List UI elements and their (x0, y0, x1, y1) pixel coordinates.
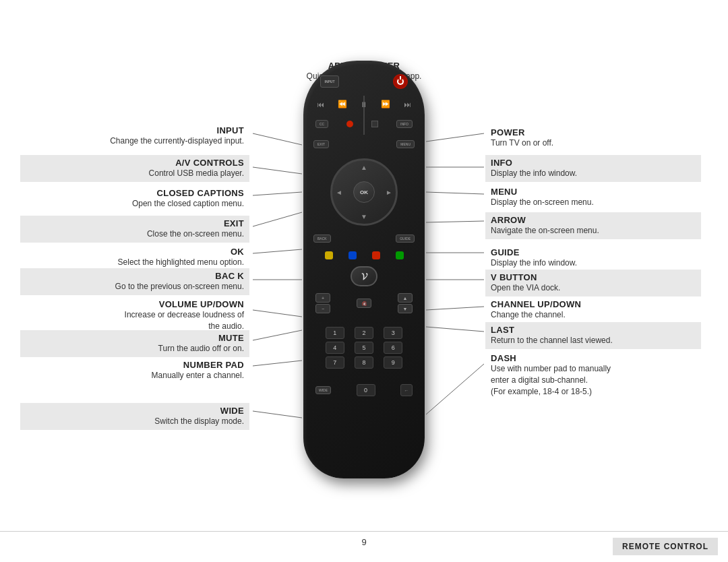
info-desc: Display the info window. (491, 168, 696, 179)
av-controls-title: A/V CONTROLS (26, 158, 244, 168)
channel-down-button[interactable]: ▼ (398, 304, 413, 313)
page-container: APP LAUNCHER Quickly launch the pictured… (0, 0, 728, 562)
btn-6[interactable]: 6 (384, 342, 402, 354)
v-button-title: V BUTTON (491, 272, 696, 282)
svg-line-8 (253, 361, 302, 366)
last-button[interactable]: ← (400, 384, 413, 396)
label-ok: OK Select the highlighted menu option. (20, 244, 249, 270)
numpad-area: 1 2 3 4 5 6 7 8 9 (320, 327, 408, 371)
back-button[interactable]: BACK (313, 235, 331, 243)
svg-line-17 (426, 327, 484, 332)
dpad-up[interactable]: ▲ (361, 164, 367, 171)
vol-ch-row: + − 🔇 ▲ ▼ (310, 293, 418, 313)
color-buttons-row (310, 251, 418, 259)
red2-button[interactable] (372, 251, 380, 259)
wide-button[interactable]: WIDE (315, 386, 331, 394)
v-button[interactable]: 𝓥 (351, 266, 377, 286)
square-button[interactable] (371, 121, 378, 127)
label-exit: EXIT Close the on-screen menu. (20, 216, 249, 243)
bottom-row: WIDE 0 ← (310, 384, 418, 396)
back-title: BAC K (26, 271, 244, 281)
input-button-label: INPUT (325, 80, 335, 84)
btn-7[interactable]: 7 (326, 356, 344, 369)
ok-button[interactable]: OK (353, 181, 375, 203)
power-button[interactable] (393, 74, 408, 89)
rewind-button[interactable]: ⏮ (317, 100, 324, 108)
dash-title: DASH (491, 353, 696, 363)
guide-button[interactable]: GUIDE (396, 235, 415, 243)
svg-line-18 (426, 364, 484, 414)
remote-top-area: INPUT (310, 74, 418, 89)
channel-up-button[interactable]: ▲ (398, 293, 413, 303)
green-button[interactable] (396, 251, 404, 259)
btn-8[interactable]: 8 (355, 356, 373, 369)
exit-desc: Close the on-screen menu. (26, 228, 244, 240)
arrow-title: ARROW (491, 215, 696, 225)
last-title: LAST (491, 325, 696, 335)
mute-desc: Turn the audio off or on. (26, 343, 244, 354)
volume-control: + − (315, 293, 330, 313)
label-closed-captions: CLOSED CAPTIONS Open the closed caption … (20, 185, 249, 211)
guide-desc: Display the info window. (491, 257, 696, 269)
dpad-down[interactable]: ▼ (361, 213, 367, 220)
btn-0[interactable]: 0 (357, 384, 375, 396)
label-dash: DASH Use with number pad to manuallyente… (485, 350, 701, 398)
menu-button[interactable]: MENU (396, 140, 415, 148)
fast-forward-button[interactable]: ⏩ (381, 100, 390, 108)
yellow-button[interactable] (325, 251, 333, 259)
remote-wrapper: INPUT ⏮ ⏪ ⏸ ⏩ ⏭ CC INFO (303, 61, 425, 478)
volume-down-button[interactable]: − (315, 304, 330, 313)
label-arrow: ARROW Navigate the on-screen menu. (485, 212, 701, 239)
btn-4[interactable]: 4 (326, 342, 344, 354)
number-pad-desc: Manually enter a channel. (26, 370, 244, 381)
svg-line-12 (426, 192, 484, 194)
power-title: POWER (491, 127, 696, 137)
dpad-circle[interactable]: ▲ ▼ ◄ ► OK (330, 158, 398, 226)
channel-control: ▲ ▼ (398, 293, 413, 313)
label-av-controls: A/V CONTROLS Control USB media player. (20, 155, 249, 182)
red-dot-button[interactable] (346, 121, 353, 127)
skip-button[interactable]: ⏭ (404, 100, 411, 108)
label-v-button: V BUTTON Open the VIA dock. (485, 270, 701, 296)
fast-back-button[interactable]: ⏪ (338, 100, 347, 108)
label-menu: MENU Display the on-screen menu. (485, 184, 701, 210)
volume-desc: Increase or decrease loudness ofthe audi… (26, 309, 244, 332)
svg-line-3 (253, 212, 302, 226)
label-number-pad: NUMBER PAD Manually enter a channel. (20, 357, 249, 383)
v-button-desc: Open the VIA dock. (491, 282, 696, 294)
label-input: INPUT Change the currently-displayed inp… (20, 123, 249, 148)
channel-desc: Change the channel. (491, 309, 696, 321)
btn-9[interactable]: 9 (384, 356, 402, 369)
play-button[interactable]: ⏸ (360, 100, 367, 108)
ok-title: OK (26, 247, 244, 257)
label-volume: VOLUME UP/DOWN Increase or decrease loud… (20, 296, 249, 334)
svg-line-10 (426, 133, 484, 142)
exit-menu-row: EXIT MENU (310, 140, 418, 148)
guide-title: GUIDE (491, 247, 696, 257)
btn-3[interactable]: 3 (384, 327, 402, 339)
volume-up-button[interactable]: + (315, 293, 330, 303)
bottom-divider (0, 531, 728, 532)
numpad-row-3: 7 8 9 (320, 356, 408, 369)
mute-title: MUTE (26, 333, 244, 343)
blue-button[interactable] (348, 251, 357, 259)
btn-2[interactable]: 2 (355, 327, 373, 339)
av-controls-desc: Control USB media player. (26, 168, 244, 179)
input-button[interactable]: INPUT (320, 75, 339, 88)
closed-captions-desc: Open the closed caption menu. (26, 198, 244, 210)
page-number: 9 (361, 537, 366, 547)
cc-button[interactable]: CC (315, 120, 328, 128)
dpad-left[interactable]: ◄ (336, 189, 342, 196)
btn-1[interactable]: 1 (326, 327, 344, 339)
info-button[interactable]: INFO (396, 120, 413, 128)
input-title: INPUT (26, 125, 244, 135)
dpad-right[interactable]: ► (386, 189, 392, 196)
btn-5[interactable]: 5 (355, 342, 373, 354)
cc-info-row: CC INFO (310, 120, 418, 128)
back-desc: Go to the previous on-screen menu. (26, 281, 244, 292)
label-info: INFO Display the info window. (485, 155, 701, 182)
mute-button[interactable]: 🔇 (357, 299, 371, 308)
exit-button[interactable]: EXIT (313, 140, 329, 148)
power-icon (397, 78, 404, 85)
label-wide: WIDE Switch the display mode. (20, 403, 249, 430)
